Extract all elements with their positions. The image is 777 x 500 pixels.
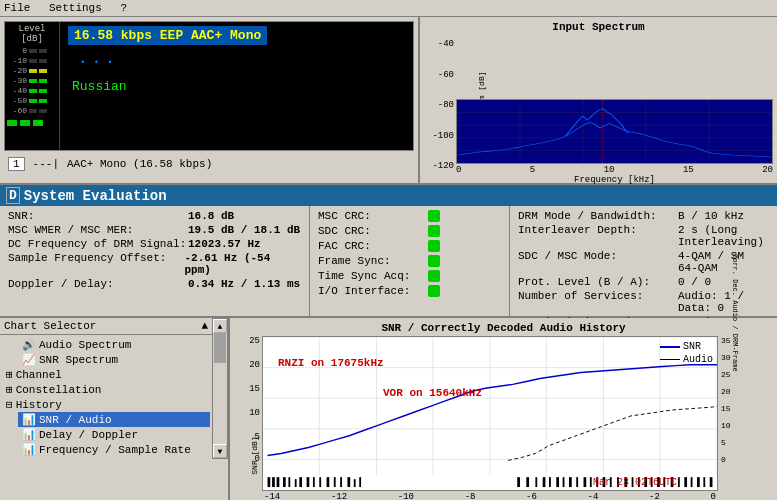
tree-item-audio-spectrum[interactable]: 🔊 Audio Spectrum [18, 337, 210, 352]
sys-eval-title: System Evaluation [24, 188, 167, 204]
snr-chart-title: SNR / Correctly Decoded Audio History [234, 322, 773, 334]
delay-doppler-label: Delay / Doppler [39, 429, 138, 441]
eval-doppler-value: 0.34 Hz / 1.13 ms [188, 278, 300, 290]
channel-number: 1 [8, 157, 25, 171]
scroll-thumb[interactable] [214, 333, 226, 363]
eval-drm-mode: DRM Mode / Bandwidth: B / 10 kHz [518, 210, 769, 222]
channel-separator: ---| [33, 158, 59, 170]
menu-settings[interactable]: Settings [49, 2, 102, 14]
right-y-30: 30 [721, 353, 731, 362]
snr-chart-container: 25 20 15 10 5 0 SNR [dB] [234, 336, 773, 500]
seg-3 [39, 59, 47, 63]
chart-scrollbar[interactable]: ▲ ▼ [212, 318, 228, 459]
delay-doppler-icon: 📊 [22, 428, 36, 441]
svg-rect-28 [288, 477, 290, 487]
svg-rect-45 [556, 477, 559, 487]
chart-selector-inner: Chart Selector ▲ 🔊 Audio Spectrum 📈 SNR … [0, 318, 228, 459]
eval-interleaver: Interleaver Depth: 2 s (Long Interleavin… [518, 224, 769, 248]
frame-sync-label: Frame Sync: [318, 255, 428, 267]
tree-item-snr-audio[interactable]: 📊 SNR / Audio [18, 412, 210, 427]
svg-rect-66 [697, 477, 700, 487]
eval-row-snr: SNR: 16.8 dB [8, 210, 301, 222]
signal-info: 16.58 kbps EEP AAC+ Mono ··· Russian [60, 22, 413, 150]
snr-spectrum-label: SNR Spectrum [39, 354, 118, 366]
eval-sdc-crc: SDC CRC: [318, 225, 501, 237]
y-label-4: -120 [432, 161, 454, 171]
level-meter: Level [dB] 0 -10 -20 [5, 22, 60, 150]
svg-rect-32 [313, 477, 315, 487]
right-y-25: 25 [721, 370, 731, 379]
x-label-0: 0 [456, 165, 461, 175]
meter-row-0: 0 [7, 46, 57, 55]
svg-rect-49 [584, 477, 587, 487]
time-sync-led [428, 270, 440, 282]
meter-row-50: -50 [7, 96, 57, 105]
scroll-down-btn[interactable]: ▼ [213, 444, 227, 458]
x-label-neg12: -12 [331, 492, 347, 500]
seg-12 [29, 109, 37, 113]
tree-item-channel[interactable]: ⊞ Channel [2, 367, 210, 382]
prot-label: Prot. Level (B / A): [518, 276, 678, 288]
svg-rect-47 [569, 477, 572, 487]
tree-item-delay-doppler[interactable]: 📊 Delay / Doppler [18, 427, 210, 442]
scroll-up-btn[interactable]: ▲ [213, 319, 227, 333]
snr-audio-label: SNR / Audio [39, 414, 112, 426]
seg-13 [39, 109, 47, 113]
audio-spectrum-label: Audio Spectrum [39, 339, 131, 351]
eval-row-msc: MSC WMER / MSC MER: 19.5 dB / 18.1 dB [8, 224, 301, 236]
chart-selector-title: Chart Selector [4, 320, 96, 332]
svg-rect-27 [283, 477, 286, 487]
seg-1 [39, 49, 47, 53]
msc-crc-label: MSC CRC: [318, 210, 428, 222]
menu-help[interactable]: ? [120, 2, 127, 14]
y-label-2: -80 [438, 100, 454, 110]
tree-item-history[interactable]: ⊟ History [2, 397, 210, 412]
chart-selector-header: Chart Selector ▲ [0, 318, 212, 335]
freq-sample-icon: 📊 [22, 443, 36, 456]
spectrum-x-axis: 0 5 10 15 20 [456, 165, 773, 175]
right-y-10: 10 [721, 421, 731, 430]
freq-sample-label: Frequency / Sample Rate [39, 444, 191, 456]
fac-crc-led [428, 240, 440, 252]
svg-rect-63 [678, 477, 680, 487]
tree-item-snr-spectrum[interactable]: 📈 SNR Spectrum [18, 352, 210, 367]
svg-rect-38 [354, 479, 356, 487]
snr-x-axis: -14 -12 -10 -8 -6 -4 -2 0 [262, 492, 718, 500]
seg-8 [29, 89, 37, 93]
tree-item-freq-sample[interactable]: 📊 Frequency / Sample Rate [18, 442, 210, 457]
history-label: History [16, 399, 62, 411]
chart-selector: Chart Selector ▲ 🔊 Audio Spectrum 📈 SNR … [0, 318, 230, 500]
signal-panel: Level [dB] 0 -10 -20 [0, 17, 420, 183]
svg-rect-44 [549, 477, 551, 487]
prot-value: 0 / 0 [678, 276, 769, 288]
bottom-section: Chart Selector ▲ 🔊 Audio Spectrum 📈 SNR … [0, 318, 777, 500]
eval-snr-value: 16.8 dB [188, 210, 234, 222]
svg-rect-33 [319, 477, 321, 487]
eval-time-sync: Time Sync Acq: [318, 270, 501, 282]
eval-sample-label: Sample Frequency Offset: [8, 252, 184, 276]
svg-rect-68 [710, 477, 713, 487]
svg-rect-65 [691, 477, 693, 487]
menu-file[interactable]: File [4, 2, 30, 14]
right-y-20: 20 [721, 387, 731, 396]
eval-msc-crc: MSC CRC: [318, 210, 501, 222]
snr-y-25: 25 [249, 336, 260, 346]
menu-bar: File Settings ? [0, 0, 777, 17]
eval-msc-value: 19.5 dB / 18.1 dB [188, 224, 300, 236]
utc-label: Mar 23 02T6UTC [593, 477, 677, 488]
tree-item-constellation[interactable]: ⊞ Constellation [2, 382, 210, 397]
eval-doppler-label: Doppler / Delay: [8, 278, 188, 290]
drm-mode-value: B / 10 kHz [678, 210, 769, 222]
seg-9 [39, 89, 47, 93]
eval-msc-label: MSC WMER / MSC MER: [8, 224, 188, 236]
channel-label: Channel [16, 369, 62, 381]
svg-rect-29 [295, 479, 297, 487]
time-sync-label: Time Sync Acq: [318, 270, 428, 282]
svg-rect-43 [543, 477, 546, 487]
eval-row-doppler: Doppler / Delay: 0.34 Hz / 1.13 ms [8, 278, 301, 290]
legend-snr: SNR [660, 341, 713, 352]
scroll-up-button[interactable]: ▲ [201, 320, 208, 332]
x-label-neg2: -2 [649, 492, 660, 500]
meter-row-40: -40 [7, 86, 57, 95]
svg-rect-24 [268, 477, 271, 487]
